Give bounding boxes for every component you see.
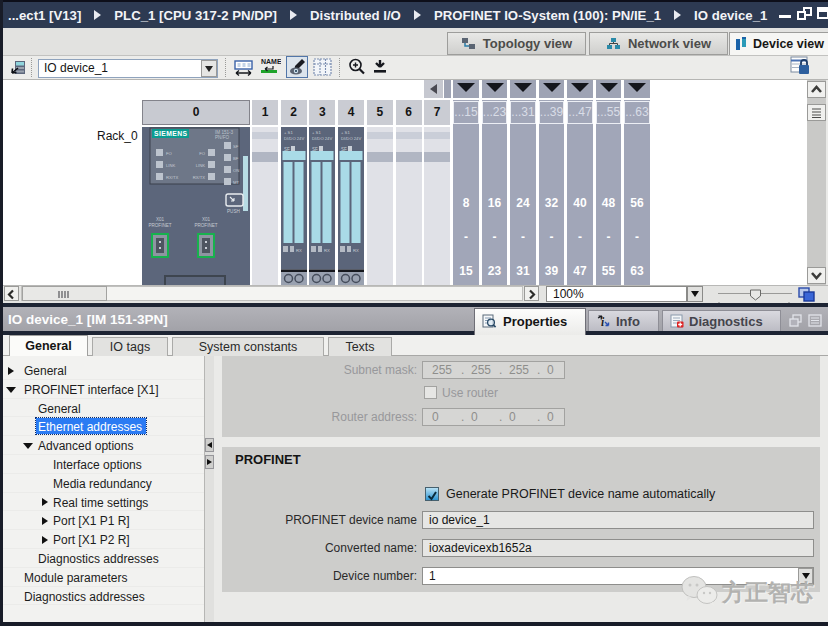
- svg-text:ON: ON: [233, 168, 239, 173]
- svg-text:RX/TX: RX/TX: [166, 175, 179, 180]
- svg-text:PUSH: PUSH: [227, 209, 240, 214]
- svg-text:BF: BF: [233, 156, 239, 161]
- svg-text:PROFINET: PROFINET: [148, 223, 171, 228]
- svg-text:RX/TX: RX/TX: [193, 175, 206, 180]
- svg-text:RX: RX: [324, 248, 330, 253]
- svg-text:+ S1: + S1: [312, 130, 321, 135]
- svg-text:+ S1: + S1: [341, 130, 350, 135]
- svg-text:X01: X01: [156, 217, 165, 222]
- svg-text:LINK: LINK: [196, 163, 206, 168]
- svg-text:SIEMENS: SIEMENS: [154, 130, 187, 137]
- svg-text:i: i: [601, 316, 605, 328]
- svg-text:+ S1: + S1: [284, 130, 293, 135]
- svg-text:NAME: NAME: [261, 58, 281, 65]
- svg-text:LINK: LINK: [166, 163, 176, 168]
- svg-text:DI/DO 24V: DI/DO 24V: [312, 136, 332, 141]
- svg-text:PN/FO: PN/FO: [215, 135, 229, 140]
- svg-text:RX: RX: [296, 248, 302, 253]
- svg-text:RX: RX: [353, 248, 359, 253]
- svg-text:FO: FO: [166, 151, 173, 156]
- svg-text:FO: FO: [199, 151, 206, 156]
- svg-text:IM 151-3: IM 151-3: [215, 130, 234, 135]
- svg-text:DI/DO 24V: DI/DO 24V: [341, 136, 361, 141]
- svg-text:DI/DO 24V: DI/DO 24V: [284, 136, 304, 141]
- svg-text:X01: X01: [202, 217, 211, 222]
- svg-text:MT: MT: [233, 180, 239, 185]
- svg-text:PROFINET: PROFINET: [194, 223, 217, 228]
- svg-text:SF: SF: [233, 144, 239, 149]
